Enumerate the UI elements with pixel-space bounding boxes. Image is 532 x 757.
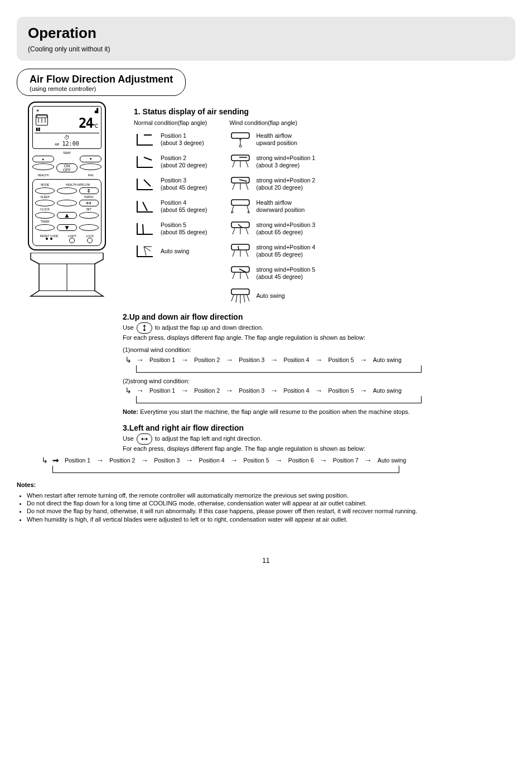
lock-button[interactable] — [87, 238, 93, 243]
louver-b5: strong wind+Position 3 (about 65 degree) — [229, 218, 315, 240]
svg-line-25 — [246, 184, 248, 190]
updown-line2: For each press, displays different flap … — [123, 334, 515, 341]
updown-flow2: ↲ →Position 1 →Position 2 →Position 3 →P… — [123, 386, 515, 395]
louver-b7: strong wind+Position 5 (about 45 degree) — [229, 262, 315, 285]
set-label: SET — [79, 208, 99, 211]
svg-line-45 — [236, 295, 237, 302]
clock-label: CLOCK — [35, 208, 55, 211]
temp-label: TEMP. — [56, 151, 78, 155]
sleep-button[interactable] — [35, 200, 55, 206]
svg-rect-33 — [231, 244, 249, 250]
louver-a5: Position 5 (about 85 degree) — [134, 218, 207, 240]
health-airflow-button[interactable] — [57, 187, 76, 194]
svg-line-18 — [233, 161, 235, 167]
remote-illustration: ☀ ▟ ▮▮ 24℃ ⏱ AM — [17, 102, 117, 297]
light-button[interactable] — [69, 238, 75, 243]
section-pill: Air Flow Direction Adjustment (using rem… — [17, 69, 186, 96]
lcd-temp-unit: ℃ — [93, 123, 98, 129]
svg-line-37 — [238, 246, 239, 250]
louver-mini-icon — [36, 114, 48, 126]
health-button[interactable] — [32, 163, 54, 170]
bars-icon: ▮▮ — [36, 127, 48, 132]
blank-button-1[interactable] — [57, 200, 76, 206]
svg-line-11 — [143, 224, 143, 234]
louver-strong-pos3-icon — [229, 220, 252, 238]
reset-label: RESET CODE — [40, 234, 58, 238]
svg-line-41 — [246, 273, 248, 279]
updown-group1: (1)normal wind condition: — [123, 346, 515, 354]
section-sub: (using remote controller) — [30, 85, 173, 92]
on-off-button[interactable]: ON OFF — [56, 163, 78, 172]
health-label: HEALTH — [32, 173, 54, 177]
svg-line-23 — [233, 184, 235, 190]
signal-icon: ▟ — [95, 108, 98, 113]
updown-note: Note: Everytime you start the machine, t… — [123, 408, 515, 416]
swing-label: SWING — [79, 195, 99, 199]
svg-line-31 — [246, 228, 248, 234]
updown-flow1: ↲ →Position 1 →Position 2 →Position 3 →P… — [123, 355, 515, 364]
page-number: 11 — [17, 557, 515, 565]
clock-icon: ⏱ — [64, 134, 70, 141]
svg-rect-28 — [231, 222, 249, 228]
svg-rect-17 — [231, 155, 249, 161]
louver-pos3-icon — [134, 175, 156, 193]
svg-line-26 — [239, 180, 247, 181]
svg-line-29 — [233, 228, 235, 234]
louver-b4: Health airflow downward position — [229, 195, 315, 218]
louver-a3: Position 3 (about 45 degree) — [134, 173, 207, 195]
note-4: When humidity is high, if all vertical b… — [27, 515, 515, 523]
svg-line-32 — [238, 224, 242, 228]
svg-rect-0 — [37, 115, 47, 118]
updown-line1: Use to adjust the flap up and down direc… — [123, 322, 515, 334]
timer-label: TIMER — [35, 220, 55, 223]
louver-a6: Auto swing — [134, 240, 207, 262]
clock-button[interactable] — [35, 212, 55, 219]
mode-label: MODE — [35, 183, 55, 186]
set-button[interactable] — [79, 212, 99, 219]
swing-horiz-button[interactable] — [79, 200, 99, 206]
louver-strong-pos4-icon — [229, 242, 252, 260]
mode-button[interactable] — [35, 187, 55, 194]
leftright-line1: Use to adjust the flap left and right di… — [123, 433, 515, 445]
sleep-label: SLEEP — [35, 195, 55, 199]
page-title: Operation — [28, 25, 504, 42]
status-col-b-title: Wind condition(flap angle) — [229, 119, 315, 126]
svg-rect-43 — [231, 289, 249, 295]
notes-block: Notes: When restart after remote turning… — [17, 481, 515, 523]
reset-pinhole[interactable] — [46, 238, 48, 240]
note-1: When restart after remote turning off, t… — [27, 491, 515, 499]
lcd-clock-time: 12:00 — [62, 141, 79, 147]
header-banner: Operation (Cooling only unit without it) — [17, 17, 515, 61]
remote-lower-panel: MODE HEALTH AIRFLOW SLEEP SWING — [32, 179, 101, 246]
down-button[interactable]: ▼ — [57, 224, 76, 231]
louver-b1: Health airflow upward position — [229, 128, 315, 151]
temp-down-button[interactable]: ▼ — [80, 156, 101, 162]
louver-b6: strong wind+Position 4 (about 85 degree) — [229, 240, 315, 262]
svg-line-36 — [246, 250, 248, 257]
swing-vert-button[interactable] — [79, 187, 99, 194]
louver-b3: strong wind+Position 2 (about 20 degree) — [229, 173, 315, 195]
svg-line-47 — [244, 295, 245, 302]
page-subtitle: (Cooling only unit without it) — [28, 45, 504, 53]
svg-line-42 — [239, 269, 246, 272]
blank-button-2[interactable] — [79, 224, 99, 231]
louver-a1: Position 1 (about 3 degree) — [134, 128, 207, 151]
sun-icon: ☀ — [36, 108, 40, 113]
temp-up-button[interactable]: ▲ — [32, 156, 54, 162]
leftright-line2: For each press, displays different flap … — [123, 445, 515, 452]
code-pinhole[interactable] — [50, 238, 52, 240]
timer-button[interactable] — [35, 224, 55, 231]
note-3: Do not move the flap by hand, otherwise,… — [27, 507, 515, 515]
louver-pos5-icon — [134, 220, 156, 238]
fan-button[interactable] — [80, 163, 101, 170]
louver-strong-pos1-icon — [229, 153, 252, 171]
svg-rect-15 — [231, 133, 249, 138]
louver-pos4-icon — [134, 197, 156, 215]
louver-b8: Auto swing — [229, 285, 315, 307]
remote-lcd: ☀ ▟ ▮▮ 24℃ ⏱ AM — [32, 106, 101, 149]
up-button[interactable]: ▲ — [57, 212, 76, 219]
louver-a4: Position 4 (about 65 degree) — [134, 195, 207, 218]
svg-line-34 — [233, 250, 235, 257]
fan-label: FAN — [80, 173, 101, 177]
svg-line-9 — [144, 180, 151, 186]
